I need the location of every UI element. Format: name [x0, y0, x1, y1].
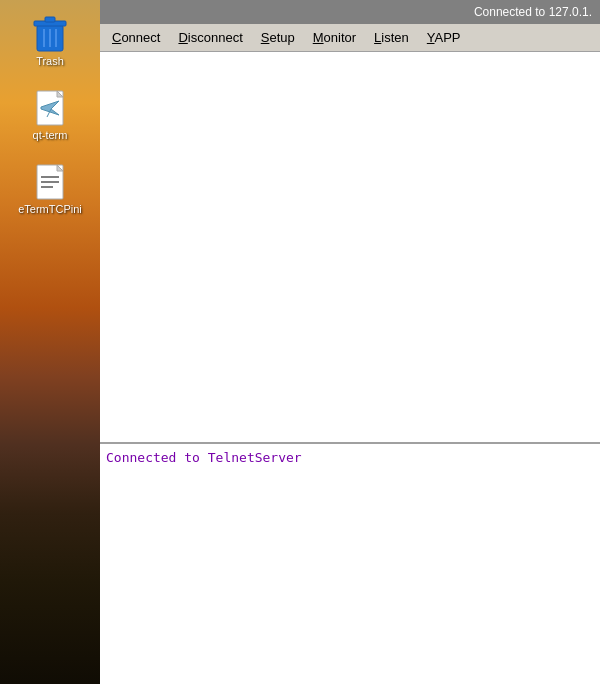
qtterm-icon[interactable]: qt-term	[10, 82, 90, 146]
menu-listen[interactable]: Listen	[366, 28, 417, 47]
menu-disconnect[interactable]: Disconnect	[170, 28, 250, 47]
etermtcpini-label: eTermTCPini	[18, 203, 82, 215]
menu-setup[interactable]: Setup	[253, 28, 303, 47]
terminal-lower-text: Connected to TelnetServer	[106, 450, 302, 465]
terminal-area: Connected to TelnetServer	[100, 52, 600, 684]
menu-connect[interactable]: Connect	[104, 28, 168, 47]
trash-icon[interactable]: Trash	[10, 8, 90, 72]
desktop: Trash qt-term eTermTCPini	[0, 0, 100, 684]
menu-monitor[interactable]: Monitor	[305, 28, 364, 47]
etermtcpini-icon-image	[29, 161, 71, 203]
menu-yapp[interactable]: YAPP	[419, 28, 469, 47]
qtterm-icon-image	[29, 87, 71, 129]
trash-label: Trash	[36, 55, 64, 67]
title-bar: Connected to 127.0.1.	[100, 0, 600, 24]
app-window: Connected to 127.0.1. Connect Disconnect…	[100, 0, 600, 684]
etermtcpini-icon[interactable]: eTermTCPini	[10, 156, 90, 220]
terminal-upper[interactable]	[100, 52, 600, 444]
terminal-lower[interactable]: Connected to TelnetServer	[100, 444, 600, 684]
menu-bar: Connect Disconnect Setup Monitor Listen …	[100, 24, 600, 52]
title-bar-text: Connected to 127.0.1.	[474, 5, 592, 19]
qtterm-label: qt-term	[33, 129, 68, 141]
trash-icon-image	[29, 13, 71, 55]
svg-rect-2	[45, 17, 55, 22]
